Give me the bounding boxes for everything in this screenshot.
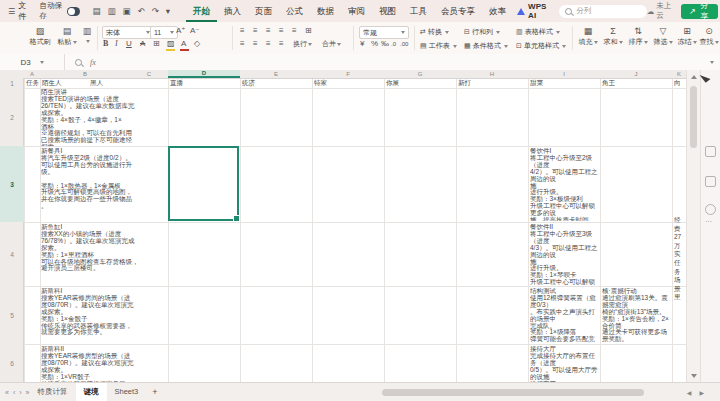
justify-icon[interactable]: ≡ bbox=[279, 39, 284, 49]
align-right-icon[interactable]: ≡ bbox=[266, 39, 271, 49]
decrease-decimal-icon[interactable]: .0 bbox=[391, 39, 396, 49]
sort-button[interactable]: ⇅ 排序 bbox=[626, 25, 650, 47]
prev-sheet-icon[interactable]: ‹ bbox=[13, 389, 15, 396]
header-cell-e1[interactable]: 统济 bbox=[242, 79, 255, 88]
fill-color-button[interactable]: ▨ bbox=[167, 39, 175, 49]
align-top-icon[interactable]: ≡ bbox=[240, 26, 245, 36]
cell-i4[interactable]: 餐饮件II 将工程中心升级至3级（进度 4/3）。可以使用工程之周边的设 施 进… bbox=[530, 224, 599, 285]
number-format-select[interactable]: 常规 bbox=[359, 26, 409, 39]
formula-bar-collapse-icon[interactable] bbox=[710, 61, 714, 64]
header-cell-d1[interactable]: 直播 bbox=[170, 79, 183, 88]
col-header-b[interactable]: B bbox=[40, 70, 130, 78]
percent-format-icon[interactable]: % bbox=[371, 39, 378, 49]
side-panel-icon-2[interactable] bbox=[705, 176, 716, 187]
col-header-g[interactable]: G bbox=[384, 70, 456, 78]
fill-button[interactable]: ▦ 填充 bbox=[576, 25, 600, 47]
cell-k4[interactable]: 经 费 27 万 实 任 务 场 景 里 bbox=[674, 216, 686, 306]
cell-i3[interactable]: 餐饮件I 将工程中心升级至2级（进度 4/2）。可以使用工程之周边的设 施 进行… bbox=[530, 148, 599, 221]
rows-cols-button[interactable]: ⊟行和列 bbox=[464, 27, 508, 37]
vertical-scroll-thumb[interactable] bbox=[690, 86, 697, 148]
cell-b6[interactable]: 新斯科II 搜索YEAR装修房型的场景（进 度08/70R）。建议在单次巡演完 … bbox=[41, 346, 167, 383]
table-style-button[interactable]: ▥表格样式 bbox=[516, 27, 566, 37]
paste-button[interactable]: ▤ 粘贴 bbox=[56, 25, 78, 47]
row-header-2[interactable]: 2 bbox=[0, 88, 24, 146]
file-menu-button[interactable]: ☰ 文件 bbox=[8, 0, 29, 22]
indent-decrease-icon[interactable]: ≡ bbox=[279, 26, 284, 36]
find-button[interactable]: ⊙ 查找 bbox=[698, 25, 720, 47]
add-sheet-button[interactable]: + bbox=[152, 387, 157, 397]
header-cell-i1[interactable]: 甜菜 bbox=[530, 79, 543, 88]
filter-button[interactable]: ▽ 筛选 bbox=[651, 25, 675, 47]
font-name-select[interactable]: 宋体 bbox=[102, 26, 154, 39]
selected-cell-d3[interactable] bbox=[168, 146, 239, 221]
conditional-format-button[interactable]: ▦条件格式 bbox=[464, 41, 508, 51]
cell-style-button[interactable]: ⊡单元格样式 bbox=[516, 41, 566, 51]
merge-cells-button[interactable]: 合并 bbox=[322, 39, 341, 49]
tab-home[interactable]: 开始 bbox=[186, 0, 217, 22]
orientation-icon[interactable]: ⊞ bbox=[305, 26, 312, 36]
sheet-tab-tezhijisuan[interactable]: 特质计算 bbox=[30, 383, 76, 401]
cell-i6[interactable]: 接待大厅 完成接待大厅的布置任务（进度 0/5）。可以使用大厅旁的设施 进行布置… bbox=[530, 346, 599, 383]
font-size-select[interactable]: 11 bbox=[150, 26, 178, 39]
cell-b2[interactable]: 陌生演讲 搜索TED演讲的场景（进度 26/TEN）。建议在单次数据库完 成探索… bbox=[41, 89, 167, 146]
row-header-5[interactable]: 5 bbox=[0, 286, 24, 344]
undo-icon[interactable]: ↶ bbox=[138, 6, 145, 16]
underline-button[interactable]: U bbox=[126, 39, 132, 49]
font-shrink-button[interactable]: A⁻ bbox=[190, 26, 200, 36]
header-cell-f1[interactable]: 特家 bbox=[314, 79, 327, 88]
copy-button[interactable]: ▥ bbox=[80, 25, 94, 44]
wrap-text-button[interactable]: 换行 bbox=[293, 39, 312, 49]
scroll-up-icon[interactable] bbox=[691, 75, 697, 79]
comma-format-icon[interactable]: ‰ bbox=[381, 39, 389, 49]
share-button[interactable]: ↗ 分享 bbox=[681, 4, 718, 19]
tab-efficiency[interactable]: 效率 bbox=[482, 0, 513, 22]
row-header-6[interactable]: 6 bbox=[0, 344, 24, 383]
sum-button[interactable]: Σ 求和 bbox=[601, 25, 625, 47]
export-icon[interactable]: ▥ bbox=[108, 6, 116, 16]
row-header-3-selected[interactable]: 3 bbox=[0, 146, 24, 222]
tab-formula[interactable]: 公式 bbox=[279, 0, 310, 22]
strikethrough-button[interactable]: A bbox=[140, 39, 145, 49]
scroll-down-icon[interactable] bbox=[691, 374, 697, 378]
col-header-e[interactable]: E bbox=[240, 70, 312, 78]
col-header-f[interactable]: F bbox=[312, 70, 384, 78]
cell-b3[interactable]: 新餐具I 将汽车升级至2级（进度0/2）。 可以使用工具台旁的设施进行升 级。 … bbox=[41, 148, 167, 221]
qat-more-icon[interactable]: ▾ bbox=[166, 6, 170, 16]
redo-icon[interactable]: ↷ bbox=[152, 6, 159, 16]
horizontal-scroll-thumb[interactable] bbox=[382, 389, 644, 396]
tab-member[interactable]: 会员专享 bbox=[434, 0, 482, 22]
formula-search-icon[interactable] bbox=[75, 59, 82, 66]
tab-data[interactable]: 数据 bbox=[310, 0, 341, 22]
cell-b5[interactable]: 新斯科I 搜索YEAR装修房间的场景（进 度08/70R）。建议在单次巡演完 成… bbox=[41, 288, 167, 343]
col-header-a[interactable]: A bbox=[24, 70, 40, 78]
header-cell-g1[interactable]: 你展 bbox=[386, 79, 399, 88]
col-header-k[interactable]: K bbox=[672, 70, 686, 78]
header-cell-c1[interactable]: 黑人 bbox=[90, 79, 103, 88]
col-header-i[interactable]: I bbox=[528, 70, 600, 78]
sheet-tab-sheet3[interactable]: Sheet3 bbox=[107, 383, 147, 401]
header-cell-b1[interactable]: 陌生人 bbox=[42, 79, 62, 88]
align-center-icon[interactable]: ≡ bbox=[253, 39, 258, 49]
first-sheet-icon[interactable]: « bbox=[5, 389, 9, 396]
col-header-c[interactable]: C bbox=[130, 70, 168, 78]
tab-page[interactable]: 页面 bbox=[248, 0, 279, 22]
save-icon[interactable]: ▤ bbox=[92, 6, 100, 16]
header-cell-j1[interactable]: 角王 bbox=[602, 79, 615, 88]
header-cell-h1[interactable]: 新打 bbox=[458, 79, 471, 88]
currency-format-icon[interactable]: ¥ bbox=[360, 39, 364, 49]
tab-view[interactable]: 视图 bbox=[372, 0, 403, 22]
side-panel-more-icon[interactable]: ⋯ bbox=[705, 218, 713, 226]
font-color-button[interactable]: A bbox=[181, 39, 186, 49]
row-header-1[interactable]: 1 bbox=[0, 78, 24, 88]
row-header-4[interactable]: 4 bbox=[0, 222, 24, 286]
worksheet-button[interactable]: ▤工作表 bbox=[420, 41, 457, 51]
italic-button[interactable]: I bbox=[115, 39, 118, 49]
side-panel-icon-3[interactable] bbox=[705, 204, 716, 215]
borders-button[interactable]: ⊞ bbox=[153, 39, 160, 49]
align-left-icon[interactable]: ≡ bbox=[240, 39, 245, 49]
col-header-h[interactable]: H bbox=[456, 70, 528, 78]
cell-j5[interactable]: 核·震撼行动 通过愈演刷第13关。震撼需愈演 椅的“愈演街13”场景。 奖励：1… bbox=[602, 288, 671, 383]
freeze-button[interactable]: ⊞ 冻结 bbox=[676, 25, 698, 47]
vertical-scrollbar[interactable] bbox=[686, 70, 700, 383]
format-painter-button[interactable]: ▨ 格式刷 bbox=[26, 25, 54, 47]
